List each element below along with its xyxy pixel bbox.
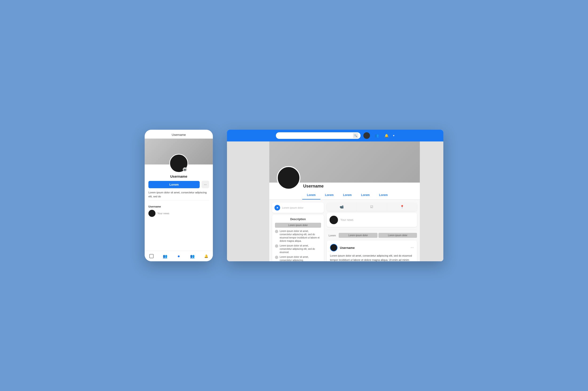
desktop-left-sidebar <box>227 141 269 261</box>
desktop-filter-label: Lorem <box>327 233 338 238</box>
desktop-media-tab-location[interactable]: 📍 <box>387 202 417 211</box>
desktop-media-tab-check[interactable]: ☑ <box>357 202 387 211</box>
browser-search-input[interactable] <box>278 134 352 137</box>
browser-user-avatar[interactable] <box>363 132 370 139</box>
browser-chevron-icon[interactable]: ▾ <box>393 134 394 137</box>
desktop-tab-3[interactable]: Lorem <box>356 191 374 199</box>
mobile-nav-people[interactable]: 👥 <box>162 253 168 259</box>
desktop-post-card-text: Lorem ipsum dolor sit amet, consectetur … <box>330 254 414 261</box>
mobile-news-section: Username <box>145 203 213 210</box>
browser-bell-icon[interactable]: 🔔 <box>383 132 390 139</box>
desktop-star-icon: ★ <box>275 205 280 210</box>
groups-icon: 👥 <box>190 254 195 259</box>
search-icon[interactable]: 🔍 <box>353 133 358 138</box>
desktop-post-card-username: Username <box>340 246 408 250</box>
mobile-nav-bell[interactable]: 🔔 <box>203 253 209 259</box>
desktop-right-sidebar <box>420 141 443 261</box>
mobile-nav-groups[interactable]: 👥 <box>190 253 195 259</box>
desktop-desc-title: Description <box>275 218 321 221</box>
desktop-news-box: Your news <box>327 213 417 227</box>
mobile-profile-username: Username <box>170 174 187 178</box>
mobile-header-username: Username <box>145 130 213 139</box>
mobile-news-username-label: Username <box>148 205 209 208</box>
desktop-frame: 🔍 👥 🔔 ▾ Username Lo <box>227 130 443 261</box>
mobile-action-row: Lorem ··· <box>148 181 209 188</box>
desktop-news-avatar <box>329 216 338 224</box>
camera-icon[interactable]: 📷 <box>183 167 187 172</box>
desktop-profile-avatar <box>277 166 300 190</box>
desktop-right-col: 📹 ☑ 📍 Your news <box>327 202 417 261</box>
desktop-post-box: ★ Lorem ipsum dolor <box>272 202 324 213</box>
desktop-post-placeholder[interactable]: Lorem ipsum dolor <box>282 206 303 209</box>
desktop-post-card-header: Username ··· <box>330 244 414 251</box>
mobile-bottom-nav: 👥 ● 👥 🔔 <box>145 251 213 261</box>
bullet-icon-2 <box>275 256 278 259</box>
desktop-tab-2[interactable]: Lorem <box>338 191 356 199</box>
desktop-cover: Username <box>269 141 420 183</box>
mobile-news-input[interactable]: Your news <box>157 212 209 215</box>
desktop-post-card-avatar <box>330 244 337 251</box>
desktop-post-more-button[interactable]: ··· <box>411 246 414 250</box>
desktop-news-divider <box>327 230 417 230</box>
mobile-frame: Username 📷 Username Lorem ··· Lorem ipsu… <box>145 130 213 261</box>
mobile-more-button[interactable]: ··· <box>202 181 209 188</box>
desktop-profile-name: Username <box>303 184 324 189</box>
video-icon: 📹 <box>340 205 344 209</box>
desktop-tab-4[interactable]: Lorem <box>374 191 393 199</box>
desktop-filter-row: Lorem Lorem ipsum dolor Lorem ipsum dolo… <box>327 233 417 238</box>
desktop-desc-item-1: Lorem ipsum dolor sit amet, consectetur … <box>275 244 321 254</box>
mobile-bio: Lorem ipsum dolor sit amet, consectetur … <box>148 191 209 200</box>
mobile-news-avatar <box>148 210 155 217</box>
bullet-icon-0 <box>275 230 278 233</box>
desktop-media-tab-video[interactable]: 📹 <box>327 202 357 211</box>
desktop-filter-btn2[interactable]: Lorem ipsum dolor <box>378 233 417 238</box>
desktop-news-placeholder[interactable]: Your news <box>340 218 414 222</box>
bullet-icon-1 <box>275 244 278 248</box>
desktop-tab-0[interactable]: Lorem <box>302 191 320 199</box>
desktop-filter-btn1[interactable]: Lorem ipsum dolor <box>339 233 377 238</box>
desktop-media-tabs: 📹 ☑ 📍 <box>327 202 417 211</box>
browser-people-icon[interactable]: 👥 <box>373 132 380 139</box>
desktop-description-card: Description Lorem ipsum dolor Lorem ipsu… <box>272 215 324 261</box>
people-icon: 👥 <box>163 254 167 259</box>
desktop-main: Username Lorem Lorem Lorem Lorem Lorem <box>269 141 420 261</box>
home-icon <box>149 254 153 258</box>
browser-toolbar: 🔍 👥 🔔 ▾ <box>227 130 443 141</box>
desktop-desc-label: Lorem ipsum dolor <box>275 223 321 228</box>
browser-nav-icons: 👥 🔔 ▾ <box>363 132 394 139</box>
desktop-tab-1[interactable]: Lorem <box>320 191 338 199</box>
desktop-desc-item-2: Lorem ipsum dolor sit amet, consectetur … <box>275 255 321 261</box>
mobile-news-row: Your news <box>145 210 213 219</box>
desktop-content: Username Lorem Lorem Lorem Lorem Lorem <box>227 141 443 261</box>
desktop-desc-item-0: Lorem ipsum dolor sit amet, consectetur … <box>275 230 321 243</box>
mobile-nav-profile[interactable]: ● <box>176 253 182 259</box>
desktop-columns: ★ Lorem ipsum dolor Description Lorem ip… <box>269 200 420 261</box>
bell-icon: 🔔 <box>204 254 208 258</box>
mobile-nav-home[interactable] <box>149 253 154 259</box>
mobile-avatar: 📷 <box>169 154 188 173</box>
mobile-cover: 📷 <box>145 139 213 165</box>
desktop-left-col: ★ Lorem ipsum dolor Description Lorem ip… <box>272 202 324 261</box>
mobile-lorem-button[interactable]: Lorem <box>148 181 200 188</box>
desktop-post-card: Username ··· Lorem ipsum dolor sit amet,… <box>327 241 417 261</box>
profile-icon: ● <box>178 254 180 259</box>
check-icon: ☑ <box>370 205 373 209</box>
location-icon: 📍 <box>400 205 404 209</box>
browser-search-bar: 🔍 <box>276 132 361 139</box>
